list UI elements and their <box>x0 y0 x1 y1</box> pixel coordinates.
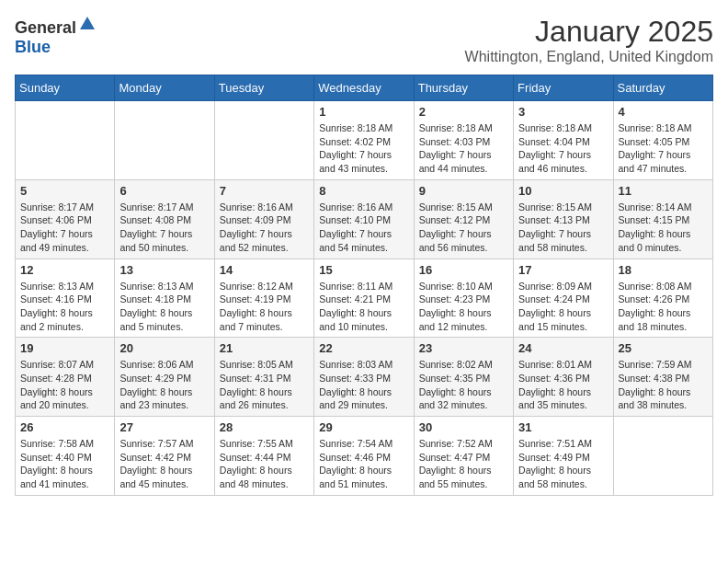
calendar-cell: 4Sunrise: 8:18 AM Sunset: 4:05 PM Daylig… <box>613 101 712 180</box>
day-number: 2 <box>419 105 508 119</box>
weekday-header-wednesday: Wednesday <box>314 75 414 101</box>
calendar-week-row: 1Sunrise: 8:18 AM Sunset: 4:02 PM Daylig… <box>16 101 713 180</box>
day-number: 1 <box>319 105 408 119</box>
day-number: 27 <box>119 420 209 434</box>
day-info: Sunrise: 8:05 AM Sunset: 4:31 PM Dayligh… <box>220 358 309 412</box>
day-number: 9 <box>419 184 508 198</box>
weekday-header-row: SundayMondayTuesdayWednesdayThursdayFrid… <box>16 75 713 101</box>
calendar-cell: 18Sunrise: 8:08 AM Sunset: 4:26 PM Dayli… <box>613 259 712 338</box>
calendar-cell: 19Sunrise: 8:07 AM Sunset: 4:28 PM Dayli… <box>16 338 115 417</box>
day-number: 22 <box>319 341 408 355</box>
day-number: 14 <box>220 263 309 277</box>
calendar-cell: 2Sunrise: 8:18 AM Sunset: 4:03 PM Daylig… <box>414 101 513 180</box>
day-number: 8 <box>319 184 408 198</box>
day-info: Sunrise: 8:15 AM Sunset: 4:12 PM Dayligh… <box>419 201 508 255</box>
svg-marker-0 <box>80 17 95 29</box>
day-info: Sunrise: 8:15 AM Sunset: 4:13 PM Dayligh… <box>518 201 608 255</box>
day-info: Sunrise: 8:03 AM Sunset: 4:33 PM Dayligh… <box>319 358 408 412</box>
day-number: 24 <box>518 341 608 355</box>
day-number: 25 <box>619 341 708 355</box>
calendar-cell: 23Sunrise: 8:02 AM Sunset: 4:35 PM Dayli… <box>414 338 513 417</box>
location-title: Whittington, England, United Kingdom <box>465 49 713 65</box>
page-header: General Blue January 2025 Whittington, E… <box>15 15 713 65</box>
day-info: Sunrise: 8:07 AM Sunset: 4:28 PM Dayligh… <box>20 358 109 412</box>
weekday-header-friday: Friday <box>514 75 613 101</box>
day-number: 7 <box>220 184 309 198</box>
day-info: Sunrise: 8:09 AM Sunset: 4:24 PM Dayligh… <box>518 280 608 334</box>
day-number: 5 <box>20 184 109 198</box>
day-info: Sunrise: 7:59 AM Sunset: 4:38 PM Dayligh… <box>619 358 708 412</box>
day-info: Sunrise: 8:18 AM Sunset: 4:02 PM Dayligh… <box>319 121 408 176</box>
day-info: Sunrise: 8:16 AM Sunset: 4:09 PM Dayligh… <box>220 201 309 255</box>
day-info: Sunrise: 7:51 AM Sunset: 4:49 PM Dayligh… <box>518 437 608 491</box>
day-info: Sunrise: 8:18 AM Sunset: 4:05 PM Dayligh… <box>619 121 708 176</box>
day-number: 21 <box>220 341 309 355</box>
day-number: 4 <box>619 105 708 119</box>
day-number: 20 <box>119 341 209 355</box>
weekday-header-monday: Monday <box>115 75 214 101</box>
day-number: 23 <box>419 341 508 355</box>
calendar-cell: 1Sunrise: 8:18 AM Sunset: 4:02 PM Daylig… <box>314 101 414 180</box>
day-number: 28 <box>220 420 309 434</box>
calendar-cell <box>214 101 313 180</box>
title-block: January 2025 Whittington, England, Unite… <box>465 15 713 65</box>
day-number: 13 <box>119 263 209 277</box>
day-info: Sunrise: 8:06 AM Sunset: 4:29 PM Dayligh… <box>119 358 209 412</box>
calendar-cell: 10Sunrise: 8:15 AM Sunset: 4:13 PM Dayli… <box>514 179 613 259</box>
day-info: Sunrise: 8:12 AM Sunset: 4:19 PM Dayligh… <box>220 280 309 334</box>
day-info: Sunrise: 7:58 AM Sunset: 4:40 PM Dayligh… <box>20 437 109 491</box>
calendar-cell: 8Sunrise: 8:16 AM Sunset: 4:10 PM Daylig… <box>314 179 414 259</box>
calendar-cell: 24Sunrise: 8:01 AM Sunset: 4:36 PM Dayli… <box>514 338 613 417</box>
day-info: Sunrise: 8:02 AM Sunset: 4:35 PM Dayligh… <box>419 358 508 412</box>
calendar-cell: 22Sunrise: 8:03 AM Sunset: 4:33 PM Dayli… <box>314 338 414 417</box>
calendar-cell: 17Sunrise: 8:09 AM Sunset: 4:24 PM Dayli… <box>514 259 613 338</box>
calendar-cell: 5Sunrise: 8:17 AM Sunset: 4:06 PM Daylig… <box>16 179 115 259</box>
day-info: Sunrise: 8:10 AM Sunset: 4:23 PM Dayligh… <box>419 280 508 334</box>
calendar-cell: 28Sunrise: 7:55 AM Sunset: 4:44 PM Dayli… <box>214 417 313 496</box>
day-number: 16 <box>419 263 508 277</box>
calendar-cell: 27Sunrise: 7:57 AM Sunset: 4:42 PM Dayli… <box>115 417 214 496</box>
calendar-cell: 16Sunrise: 8:10 AM Sunset: 4:23 PM Dayli… <box>414 259 513 338</box>
day-number: 31 <box>518 420 608 434</box>
day-info: Sunrise: 8:17 AM Sunset: 4:08 PM Dayligh… <box>119 201 209 255</box>
day-info: Sunrise: 8:18 AM Sunset: 4:03 PM Dayligh… <box>419 121 508 176</box>
weekday-header-saturday: Saturday <box>613 75 712 101</box>
calendar-week-row: 5Sunrise: 8:17 AM Sunset: 4:06 PM Daylig… <box>16 179 713 259</box>
day-number: 18 <box>619 263 708 277</box>
calendar-cell <box>16 101 115 180</box>
calendar-cell: 26Sunrise: 7:58 AM Sunset: 4:40 PM Dayli… <box>16 417 115 496</box>
calendar-cell: 15Sunrise: 8:11 AM Sunset: 4:21 PM Dayli… <box>314 259 414 338</box>
calendar-week-row: 12Sunrise: 8:13 AM Sunset: 4:16 PM Dayli… <box>16 259 713 338</box>
day-info: Sunrise: 8:17 AM Sunset: 4:06 PM Dayligh… <box>20 201 109 255</box>
day-info: Sunrise: 7:52 AM Sunset: 4:47 PM Dayligh… <box>419 437 508 491</box>
calendar-cell: 31Sunrise: 7:51 AM Sunset: 4:49 PM Dayli… <box>514 417 613 496</box>
day-number: 17 <box>518 263 608 277</box>
calendar-cell: 30Sunrise: 7:52 AM Sunset: 4:47 PM Dayli… <box>414 417 513 496</box>
day-info: Sunrise: 8:13 AM Sunset: 4:16 PM Dayligh… <box>20 280 109 334</box>
day-info: Sunrise: 8:08 AM Sunset: 4:26 PM Dayligh… <box>619 280 708 334</box>
logo: General Blue <box>15 15 97 57</box>
calendar-cell: 11Sunrise: 8:14 AM Sunset: 4:15 PM Dayli… <box>613 179 712 259</box>
calendar-cell: 29Sunrise: 7:54 AM Sunset: 4:46 PM Dayli… <box>314 417 414 496</box>
day-number: 11 <box>619 184 708 198</box>
calendar-cell <box>115 101 214 180</box>
calendar-table: SundayMondayTuesdayWednesdayThursdayFrid… <box>15 75 713 496</box>
logo-general: General <box>15 18 76 37</box>
day-info: Sunrise: 8:16 AM Sunset: 4:10 PM Dayligh… <box>319 201 408 255</box>
calendar-cell: 20Sunrise: 8:06 AM Sunset: 4:29 PM Dayli… <box>115 338 214 417</box>
day-number: 10 <box>518 184 608 198</box>
calendar-cell: 6Sunrise: 8:17 AM Sunset: 4:08 PM Daylig… <box>115 179 214 259</box>
logo-icon <box>78 15 97 33</box>
day-info: Sunrise: 8:11 AM Sunset: 4:21 PM Dayligh… <box>319 280 408 334</box>
weekday-header-thursday: Thursday <box>414 75 513 101</box>
calendar-cell: 9Sunrise: 8:15 AM Sunset: 4:12 PM Daylig… <box>414 179 513 259</box>
calendar-cell: 14Sunrise: 8:12 AM Sunset: 4:19 PM Dayli… <box>214 259 313 338</box>
day-number: 19 <box>20 341 109 355</box>
weekday-header-tuesday: Tuesday <box>214 75 313 101</box>
month-title: January 2025 <box>465 15 713 49</box>
day-info: Sunrise: 8:13 AM Sunset: 4:18 PM Dayligh… <box>119 280 209 334</box>
calendar-cell: 13Sunrise: 8:13 AM Sunset: 4:18 PM Dayli… <box>115 259 214 338</box>
weekday-header-sunday: Sunday <box>16 75 115 101</box>
day-info: Sunrise: 7:57 AM Sunset: 4:42 PM Dayligh… <box>119 437 209 491</box>
day-info: Sunrise: 8:01 AM Sunset: 4:36 PM Dayligh… <box>518 358 608 412</box>
